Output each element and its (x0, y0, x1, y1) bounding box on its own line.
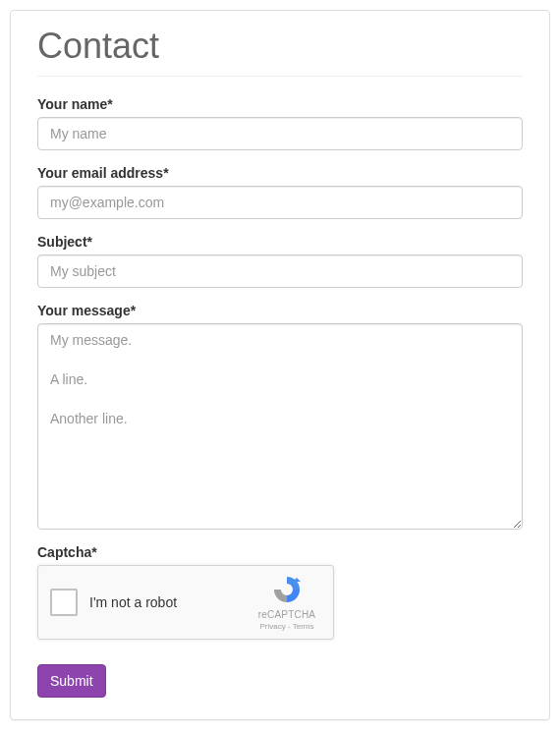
subject-label: Subject* (37, 234, 523, 250)
recaptcha-icon (271, 574, 303, 605)
recaptcha-privacy-link[interactable]: Privacy (260, 622, 286, 631)
form-group-captcha: Captcha* I'm not a robot reCAPTCHA Priva… (37, 544, 523, 640)
recaptcha-checkbox[interactable] (50, 589, 78, 616)
message-textarea[interactable] (37, 323, 523, 530)
recaptcha-links: Privacy - Terms (260, 622, 314, 631)
message-label: Your message* (37, 303, 523, 318)
email-label: Your email address* (37, 165, 523, 181)
form-group-name: Your name* (37, 96, 523, 150)
recaptcha-terms-link[interactable]: Terms (293, 622, 314, 631)
name-label: Your name* (37, 96, 523, 112)
form-group-email: Your email address* (37, 165, 523, 219)
recaptcha-widget: I'm not a robot reCAPTCHA Privacy - Term… (37, 565, 334, 640)
submit-button[interactable]: Submit (37, 664, 106, 698)
subject-input[interactable] (37, 254, 523, 288)
captcha-label: Captcha* (37, 544, 523, 560)
contact-panel: Contact Your name* Your email address* S… (10, 10, 550, 720)
form-group-message: Your message* (37, 303, 523, 530)
recaptcha-checkbox-label: I'm not a robot (89, 594, 252, 610)
recaptcha-branding: reCAPTCHA Privacy - Terms (252, 574, 321, 631)
recaptcha-brand-text: reCAPTCHA (258, 609, 315, 620)
form-group-subject: Subject* (37, 234, 523, 288)
page-title: Contact (37, 26, 523, 77)
name-input[interactable] (37, 117, 523, 150)
email-input[interactable] (37, 186, 523, 219)
